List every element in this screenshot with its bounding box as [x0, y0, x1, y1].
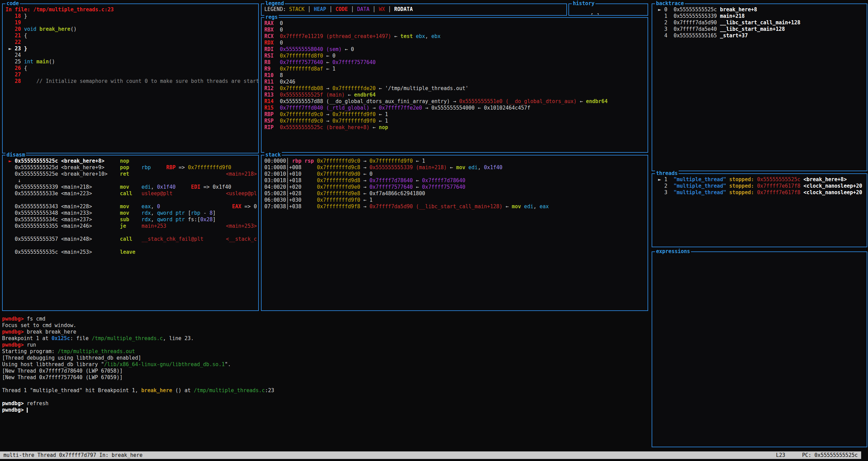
- text-line: ► 23 }: [5, 46, 257, 52]
- text-line: 00:0000│ rbp rsp 0x7fffffffd9c0 → 0x7fff…: [264, 158, 647, 164]
- registers-view: RAX 0RBX 0RCX 0x7ffff7e11219 (pthread_cr…: [262, 18, 647, 152]
- expressions-view: [652, 252, 867, 447]
- registers-panel-title: regs: [264, 14, 279, 21]
- text-line: 24: [5, 52, 257, 59]
- text-line: [5, 229, 257, 236]
- text-cursor: [27, 408, 28, 413]
- text-line: pwndbg> run: [2, 342, 646, 348]
- text-line: 1 0x555555555339 main+218: [655, 13, 866, 20]
- text-line: [2, 381, 646, 387]
- text-line: R12 0x7fffffffdb08 → 0x7fffffffde20 ← '/…: [264, 85, 647, 92]
- text-line: pwndbg> refresh: [2, 400, 646, 407]
- text-line: 3 "multiple_thread" stopped: 0x7ffff7e61…: [655, 189, 866, 196]
- text-line: ► 0x55555555525c <break_here+8> nop: [5, 158, 257, 164]
- text-line: [Thread debugging using libthread_db ena…: [2, 355, 646, 361]
- text-line: 26 {: [5, 65, 257, 72]
- text-line: Starting program: /tmp/multiple_threads.…: [2, 348, 646, 355]
- status-pc: PC: 0x55555555525c: [802, 452, 858, 458]
- text-line: RDX 0: [264, 40, 647, 46]
- text-line: R8 0x7ffff7577640 ← 0x7ffff7577640: [264, 59, 647, 66]
- text-line: Breakpoint 1 at 0x125c: file /tmp/multip…: [2, 335, 646, 342]
- text-line: 3 0x7ffff7da5e40 __libc_start_main+128: [655, 26, 866, 33]
- status-bar-right: L23 PC: 0x55555555525c: [762, 452, 858, 459]
- text-line: RSP 0x7fffffffd9c0 → 0x7fffffffd9f0 ← 1: [264, 118, 647, 124]
- command-terminal[interactable]: pwndbg> fs cmdFocus set to cmd window.pw…: [2, 316, 646, 413]
- text-line: ► 0 0x55555555525c break_here+8: [655, 7, 866, 13]
- text-line: 22: [5, 39, 257, 46]
- disassembly-panel-title: disasm: [5, 152, 26, 158]
- text-line: RSI 0x7fffffffd8f0 ← 0: [264, 53, 647, 59]
- text-line: RIP 0x55555555525c (break_here+8) ← nop: [264, 124, 647, 131]
- text-line: Thread 1 "multiple_thread" hit Breakpoin…: [2, 387, 646, 394]
- text-line: In file: /tmp/multiple_threads.c:23: [5, 7, 257, 13]
- code-panel: code In file: /tmp/multiple_threads.c:23…: [2, 3, 259, 153]
- stack-panel-title: stack: [264, 152, 282, 158]
- text-line: 19: [5, 20, 257, 26]
- history-back-button[interactable]: [←]: [590, 13, 600, 15]
- text-line: 2 0x7ffff7da5d90 __libc_start_call_main+…: [655, 20, 866, 26]
- text-line: 0x555555555355 <main+246> je main+253<ma…: [5, 223, 257, 229]
- text-line: [5, 242, 257, 249]
- history-panel-title: history: [572, 0, 595, 7]
- backtrace-panel: backtrace ► 0 0x55555555525c break_here+…: [652, 3, 867, 171]
- text-line: 0x555555555348 <main+233> mov rdx, qword…: [5, 210, 257, 216]
- text-line: 2 "multiple_thread" stopped: 0x7ffff7e61…: [655, 183, 866, 189]
- text-line: 0x555555555339 <main+218> mov edi, 0x1f4…: [5, 184, 257, 190]
- text-line: [2, 394, 646, 400]
- text-line: 4 0x555555555165 _start+37: [655, 33, 866, 39]
- text-line: [5, 197, 257, 203]
- text-line: 27: [5, 72, 257, 78]
- text-line: R9 0x7fffffffd8af ← 1: [264, 66, 647, 72]
- text-line: RCX 0x7ffff7e11219 (pthread_create+1497)…: [264, 33, 647, 40]
- text-line: 04:0020│+020 0x7fffffffd9e0 → 0x7ffff757…: [264, 184, 647, 190]
- text-line: 0x55555555534c <main+237> sub rdx, qword…: [5, 216, 257, 223]
- threads-panel: threads ► 1 "multiple_thread" stopped: 0…: [652, 173, 867, 247]
- text-line: Using host libthread_db library "/lib/x8…: [2, 361, 646, 368]
- text-line: Focus set to cmd window.: [2, 322, 646, 329]
- status-bar: multi-thre Thread 0x7ffff7d797 In: break…: [0, 451, 861, 459]
- text-line: pwndbg>: [2, 407, 646, 413]
- text-line: 18 }: [5, 13, 257, 20]
- threads-view: ► 1 "multiple_thread" stopped: 0x5555555…: [652, 174, 867, 247]
- text-line: RBX 0: [264, 27, 647, 33]
- history-panel: history [←] [→]: [568, 3, 648, 16]
- text-line: R15 0x7ffff7ffd040 (_rtld_global) → 0x7f…: [264, 105, 647, 111]
- text-line: 01:0008│+008 0x7fffffffd9c8 → 0x55555555…: [264, 164, 647, 171]
- text-line: RBP 0x7fffffffd9c0 → 0x7fffffffd9f0 ← 1: [264, 111, 647, 118]
- status-line-number: L23: [776, 452, 785, 458]
- text-line: 0x55555555535c <main+253> leave: [5, 249, 257, 256]
- disassembly-panel: disasm ► 0x55555555525c <break_here+8> n…: [2, 155, 259, 311]
- text-line: LEGEND: STACK │ HEAP │ CODE │ DATA │ WX …: [264, 6, 566, 13]
- text-line: 25 int main(): [5, 59, 257, 65]
- text-line: [New Thread 0x7ffff7d78640 (LWP 67058)]: [2, 368, 646, 374]
- text-line: 0x55555555525e <break_here+10> ret<main+…: [5, 171, 257, 177]
- expressions-panel-title: expressions: [655, 248, 691, 255]
- text-line: 0x555555555357 <main+248> call __stack_c…: [5, 236, 257, 242]
- text-line: RAX 0: [264, 20, 647, 27]
- text-line: 02:0010│+010 0x7fffffffd9d0 ← 0: [264, 171, 647, 177]
- expressions-panel: expressions: [652, 251, 867, 447]
- source-code-view: In file: /tmp/multiple_threads.c:23 18 }…: [3, 4, 258, 153]
- text-line: 0x555555555343 <main+228> mov eax, 0EAX …: [5, 203, 257, 210]
- stack-panel: stack 00:0000│ rbp rsp 0x7fffffffd9c0 → …: [261, 155, 648, 311]
- text-line: 20 void break_here(): [5, 26, 257, 33]
- disassembly-view: ► 0x55555555525c <break_here+8> nop 0x55…: [3, 155, 258, 310]
- text-line: 05:0028│+028 0x7fffffffd9e8 ← 0xf7a4866c…: [264, 190, 647, 197]
- stack-view: 00:0000│ rbp rsp 0x7fffffffd9c0 → 0x7fff…: [262, 155, 647, 310]
- text-line: RDI 0x555555558040 (sem) ← 0: [264, 46, 647, 53]
- text-line: ► 1 "multiple_thread" stopped: 0x5555555…: [655, 176, 866, 183]
- threads-panel-title: threads: [655, 170, 679, 177]
- text-line: R13 0x55555555525f (main) ← endbr64: [264, 92, 647, 98]
- legend-line: LEGEND: STACK │ HEAP │ CODE │ DATA │ WX …: [262, 4, 566, 15]
- legend-panel: legend LEGEND: STACK │ HEAP │ CODE │ DAT…: [261, 3, 567, 16]
- text-line: R11 0x246: [264, 79, 647, 85]
- code-panel-title: code: [5, 0, 20, 7]
- text-line: 28 // Initialize semaphore with count 0 …: [5, 78, 257, 85]
- text-line: pwndbg> fs cmd: [2, 316, 646, 322]
- registers-panel: regs RAX 0RBX 0RCX 0x7ffff7e11219 (pthre…: [261, 17, 648, 153]
- text-line: 0x55555555525d <break_here+9> pop rbp RB…: [5, 164, 257, 171]
- text-line: pwndbg> break break_here: [2, 329, 646, 335]
- text-line: 06:0030│+030 0x7fffffffd9f0 ← 1: [264, 197, 647, 203]
- text-line: 03:0018│+018 0x7fffffffd9d8 → 0x7ffff7d7…: [264, 177, 647, 184]
- text-line: 0x55555555533e <main+223> call usleep@pl…: [5, 190, 257, 197]
